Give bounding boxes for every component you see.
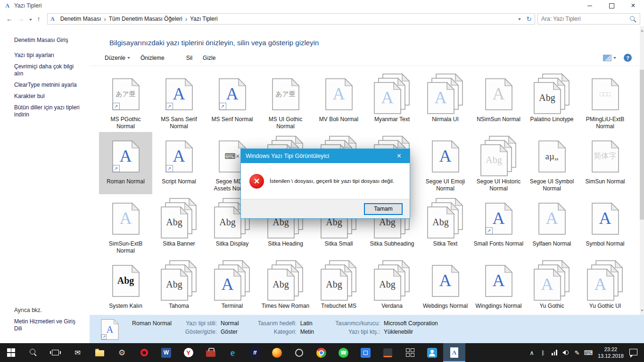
yandex-icon[interactable]: Y: [177, 343, 199, 362]
breadcrumb-item-control-panel[interactable]: Denetim Masası: [58, 16, 104, 22]
font-glyph: Abg: [161, 217, 188, 228]
toolbox-icon[interactable]: [199, 343, 222, 362]
preview-button[interactable]: Önizleme: [140, 55, 165, 61]
bluetooth-icon[interactable]: ᛒ: [537, 343, 549, 362]
recent-pages-dropdown[interactable]: [26, 15, 33, 23]
dialog-close-button[interactable]: [388, 149, 410, 163]
font-tile[interactable]: AbgVerdana: [365, 256, 419, 319]
address-dropdown[interactable]: [514, 16, 523, 22]
hide-button[interactable]: Gizle: [203, 55, 215, 61]
font-tile[interactable]: A↗Script Normal: [152, 132, 206, 194]
sidebar-home-link[interactable]: Denetim Masası Giriş: [14, 37, 90, 43]
font-tile[interactable]: AbgSitka Banner: [152, 194, 206, 256]
edge-icon[interactable]: e: [222, 343, 244, 362]
font-tile[interactable]: AMyanmar Text: [365, 70, 419, 132]
word-icon[interactable]: W: [155, 343, 177, 362]
font-tile[interactable]: ASymbol Normal: [578, 194, 632, 256]
font-tile[interactable]: ANirmala UI: [419, 70, 472, 132]
font-tile[interactable]: □□□PMingLiU-ExtB Normal: [578, 70, 632, 132]
blue-app-icon[interactable]: [355, 343, 377, 362]
font-tile[interactable]: A↗MS Sans Serif Normal: [152, 70, 206, 132]
font-tile[interactable]: ASimSun-ExtB Normal: [99, 194, 152, 256]
sidebar-link-download-fonts[interactable]: Bütün diller için yazı tipleri indirin: [14, 104, 84, 118]
firefox-icon[interactable]: [266, 343, 288, 362]
volume-icon[interactable]: [560, 343, 571, 362]
font-glyph: □□□: [592, 90, 619, 98]
font-tile[interactable]: AbgTrebuchet MS: [312, 256, 365, 319]
search-icon[interactable]: [630, 16, 636, 22]
font-icon: A↗: [161, 136, 198, 176]
font-tile[interactable]: AbgSystem Kalın: [99, 256, 152, 319]
organize-menu-button[interactable]: Düzenle: [105, 55, 130, 61]
sidebar-link-find-character[interactable]: Karakter bul: [14, 93, 84, 100]
font-name-label: SimSun-ExtB Normal: [101, 240, 151, 255]
font-tile[interactable]: AYu Gothic: [525, 256, 578, 319]
breadcrumb-item-all-items[interactable]: Tüm Denetim Masası Öğeleri: [106, 16, 185, 22]
vertical-scrollbar[interactable]: [640, 26, 644, 315]
font-tile[interactable]: A↗MS Serif Normal: [206, 70, 259, 132]
ok-button[interactable]: Tamam: [364, 203, 403, 215]
font-tile[interactable]: AbgPalatino Linotype: [525, 70, 578, 132]
font-tile[interactable]: A↗Roman Normal: [99, 132, 152, 194]
font-tile[interactable]: 简体字SimSun Normal: [578, 132, 632, 194]
tray-expand-icon[interactable]: ∧: [526, 343, 537, 362]
mail-icon[interactable]: ✉: [66, 343, 89, 362]
ring-app-icon[interactable]: [288, 343, 310, 362]
forward-button[interactable]: [15, 15, 26, 23]
sidebar-link-cleartype[interactable]: ClearType metnini ayarla: [14, 82, 84, 89]
font-tile[interactable]: AYu Gothic UI: [578, 256, 632, 319]
font-tile[interactable]: AWingdings Normal: [472, 256, 525, 319]
font-tile[interactable]: あア亜MS UI Gothic Normal: [259, 70, 312, 132]
maximize-button[interactable]: [601, 0, 622, 11]
font-tile[interactable]: AbgTimes New Roman: [259, 256, 312, 319]
opera-icon[interactable]: [133, 343, 155, 362]
font-tile[interactable]: ASegoe UI Emoji Normal: [419, 132, 472, 194]
scrollbar-thumb[interactable]: [640, 70, 644, 220]
change-view-button[interactable]: [603, 55, 616, 61]
grid-app-icon[interactable]: [399, 343, 421, 362]
start-button[interactable]: [0, 343, 22, 362]
address-box[interactable]: A Denetim Masası Tüm Denetim Masası Öğel…: [47, 13, 535, 25]
file-explorer-icon[interactable]: [89, 343, 111, 362]
font-viewer-taskbar-icon[interactable]: [443, 343, 465, 362]
search-button[interactable]: [22, 343, 44, 362]
taskbar-clock[interactable]: 23:22 13.12.2018: [598, 346, 624, 359]
people-app-icon[interactable]: [421, 343, 443, 362]
font-icon: □□□: [587, 74, 624, 114]
ff-app-icon[interactable]: ff: [244, 343, 266, 362]
breadcrumb-item-fonts[interactable]: Yazı Tipleri: [187, 16, 220, 22]
help-button[interactable]: [624, 54, 632, 62]
font-tile[interactable]: AbgTahoma: [152, 256, 206, 319]
back-button[interactable]: [4, 15, 15, 23]
dark-app-icon[interactable]: [377, 343, 399, 362]
shortcut-overlay-icon: ↗: [166, 103, 173, 110]
font-tile[interactable]: aµ„Segoe UI Symbol Normal: [525, 132, 578, 194]
chrome-icon[interactable]: [310, 343, 332, 362]
delete-button[interactable]: Sil: [186, 55, 192, 61]
up-button[interactable]: [33, 15, 44, 23]
font-tile[interactable]: AbgSegoe UI Historic Normal: [472, 132, 525, 194]
minimize-button[interactable]: [579, 0, 601, 11]
font-tile[interactable]: AMV Boli Normal: [312, 70, 365, 132]
font-tile[interactable]: ATerminal: [206, 256, 259, 319]
task-view-button[interactable]: [44, 343, 66, 362]
action-center-icon[interactable]: [627, 343, 641, 362]
font-tile[interactable]: ANSimSun Normal: [472, 70, 525, 132]
pen-icon[interactable]: ✎: [571, 343, 583, 362]
keyboard-icon[interactable]: ⌨: [583, 343, 594, 362]
font-name-label: MV Boli Normal: [319, 116, 358, 123]
search-input[interactable]: [538, 16, 630, 22]
font-tile[interactable]: AWebdings Normal: [419, 256, 472, 319]
font-tile[interactable]: ASylfaen Normal: [525, 194, 578, 256]
font-tile[interactable]: AbgSitka Text: [419, 194, 472, 256]
whatsapp-icon[interactable]: ☎: [332, 343, 355, 362]
refresh-button[interactable]: [523, 15, 535, 23]
sidebar-link-text-services[interactable]: Metin Hizmetleri ve Giriş Dili: [14, 318, 84, 332]
sidebar-link-font-settings[interactable]: Yazı tipi ayarları: [14, 52, 84, 59]
font-tile[interactable]: あア亜↗MS PGothic Normal: [99, 70, 152, 132]
close-button[interactable]: [622, 0, 644, 11]
settings-icon[interactable]: ⚙: [111, 343, 133, 362]
network-icon[interactable]: [549, 343, 560, 362]
sidebar-link-online-info[interactable]: Çevrimiçi daha çok bilgi alın: [14, 63, 84, 77]
font-tile[interactable]: A↗Small Fonts Normal: [472, 194, 525, 256]
